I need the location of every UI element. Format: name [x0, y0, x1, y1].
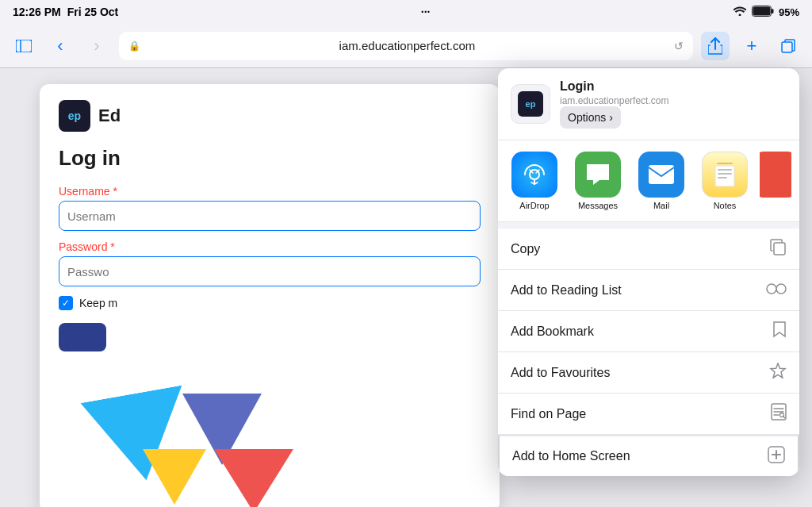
- favicon-logo: ep: [518, 91, 543, 117]
- bookmark-action[interactable]: Add Bookmark: [498, 311, 799, 352]
- time: 12:26 PM: [13, 6, 61, 18]
- airdrop-label: AirDrop: [519, 201, 549, 210]
- copy-action[interactable]: Copy: [498, 229, 799, 270]
- share-page-url: iam.educationperfect.com: [560, 95, 787, 106]
- address-bar[interactable]: 🔒 iam.educationperfect.com ↺: [119, 32, 693, 60]
- notes-label: Notes: [714, 201, 737, 210]
- find-on-page-label: Find on Page: [511, 407, 586, 421]
- airdrop-icon: [511, 152, 557, 198]
- main-area: ep Ed Log in Username * Password * ✓ Kee…: [0, 68, 812, 507]
- find-on-page-icon: [771, 403, 787, 424]
- site-header: ep Ed: [40, 84, 500, 140]
- sidebar-button[interactable]: [10, 32, 38, 60]
- more-icon: [760, 152, 791, 198]
- bookmark-icon: [772, 321, 787, 342]
- ellipsis: ···: [421, 6, 431, 18]
- mail-label: Mail: [653, 201, 669, 210]
- separator-1: [498, 222, 799, 229]
- svg-rect-2: [772, 9, 774, 13]
- svg-rect-7: [649, 165, 674, 184]
- svg-point-13: [767, 284, 776, 294]
- share-favicon: ep: [511, 84, 550, 124]
- keep-me-checkbox[interactable]: ✓: [59, 296, 73, 310]
- keep-me-row: ✓ Keep m: [59, 296, 481, 310]
- reading-list-action[interactable]: Add to Reading List: [498, 270, 799, 311]
- copy-label: Copy: [511, 242, 540, 256]
- new-tab-button[interactable]: +: [737, 32, 766, 60]
- copy-icon: [769, 238, 787, 259]
- shapes-area: [40, 354, 500, 507]
- url-text: iam.educationperfect.com: [145, 39, 669, 52]
- keep-me-label: Keep m: [79, 297, 117, 309]
- app-item-more[interactable]: [760, 152, 791, 210]
- wifi-icon: [733, 6, 747, 18]
- notes-icon: [702, 152, 748, 198]
- svg-rect-5: [782, 42, 792, 52]
- share-title-block: Login iam.educationperfect.com Options ›: [560, 79, 787, 129]
- reading-list-label: Add to Reading List: [511, 283, 622, 298]
- forward-button[interactable]: ›: [82, 32, 111, 60]
- svg-rect-9: [718, 169, 732, 171]
- home-screen-icon: [768, 446, 785, 467]
- svg-rect-12: [774, 243, 785, 255]
- date: Fri 25 Oct: [67, 6, 119, 18]
- svg-rect-8: [715, 166, 734, 186]
- app-item-airdrop[interactable]: AirDrop: [506, 152, 563, 210]
- shape-red: [214, 449, 293, 507]
- battery-icon: [752, 6, 774, 19]
- status-bar: 12:26 PM Fri 25 Oct ··· 95%: [0, 0, 812, 24]
- status-center: ···: [421, 6, 431, 18]
- site-name: Ed: [98, 106, 121, 126]
- shape-yellow: [143, 449, 206, 505]
- form-area: Username * Password * ✓ Keep m: [40, 175, 500, 361]
- back-button[interactable]: ‹: [46, 32, 75, 60]
- site-content: ep Ed Log in Username * Password * ✓ Kee…: [40, 84, 500, 507]
- reload-icon[interactable]: ↺: [674, 40, 684, 52]
- password-label: Password *: [59, 240, 481, 253]
- share-header: ep Login iam.educationperfect.com Option…: [498, 68, 799, 140]
- tabs-button[interactable]: [774, 32, 802, 60]
- ep-logo: ep: [59, 100, 90, 132]
- share-sheet: ep Login iam.educationperfect.com Option…: [498, 68, 799, 476]
- svg-rect-10: [718, 173, 732, 175]
- share-page-title: Login: [560, 79, 787, 94]
- home-screen-action[interactable]: Add to Home Screen: [498, 435, 799, 476]
- bookmark-label: Add Bookmark: [511, 325, 594, 339]
- app-icons-row: AirDrop Messages Mail: [498, 140, 799, 222]
- lock-icon: 🔒: [128, 40, 140, 52]
- app-item-notes[interactable]: Notes: [696, 152, 753, 210]
- battery-pct: 95%: [779, 6, 799, 18]
- favourites-label: Add to Favourites: [511, 366, 610, 380]
- messages-label: Messages: [578, 201, 618, 210]
- browser-chrome: ‹ › 🔒 iam.educationperfect.com ↺ +: [0, 24, 812, 68]
- app-item-mail[interactable]: Mail: [633, 152, 690, 210]
- login-title: Log in: [40, 140, 500, 175]
- favourites-action[interactable]: Add to Favourites: [498, 352, 799, 394]
- sign-in-button[interactable]: [59, 323, 106, 351]
- svg-point-14: [776, 284, 786, 294]
- username-input[interactable]: [59, 201, 481, 231]
- action-list: Copy Add to Reading List: [498, 229, 799, 476]
- svg-rect-11: [718, 177, 727, 179]
- favourites-icon: [769, 363, 787, 383]
- status-left: 12:26 PM Fri 25 Oct: [13, 6, 118, 18]
- messages-icon: [575, 152, 621, 198]
- options-button[interactable]: Options ›: [560, 106, 621, 129]
- reading-list-icon: [766, 281, 787, 299]
- mail-icon: [638, 152, 684, 198]
- find-on-page-action[interactable]: Find on Page: [498, 394, 799, 435]
- share-button[interactable]: [701, 32, 730, 60]
- app-item-messages[interactable]: Messages: [569, 152, 626, 210]
- home-screen-label: Add to Home Screen: [512, 449, 630, 463]
- svg-rect-1: [753, 6, 770, 15]
- password-input[interactable]: [59, 256, 481, 286]
- status-right: 95%: [733, 6, 799, 19]
- username-label: Username *: [59, 185, 481, 198]
- svg-rect-3: [16, 40, 32, 52]
